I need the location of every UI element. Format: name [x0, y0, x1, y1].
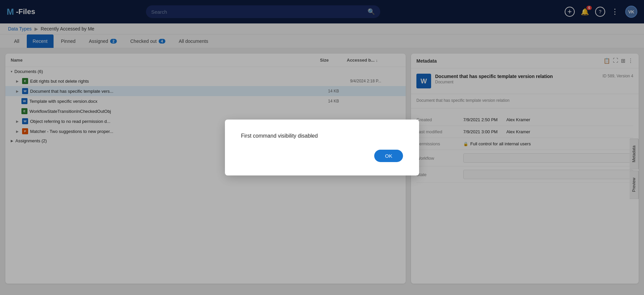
modal-ok-button[interactable]: OK — [374, 150, 403, 162]
modal-dialog: First command visibility disabled OK — [225, 120, 419, 175]
modal-message: First command visibility disabled — [241, 133, 403, 139]
modal-overlay: First command visibility disabled OK — [0, 0, 644, 295]
modal-actions: OK — [241, 150, 403, 162]
